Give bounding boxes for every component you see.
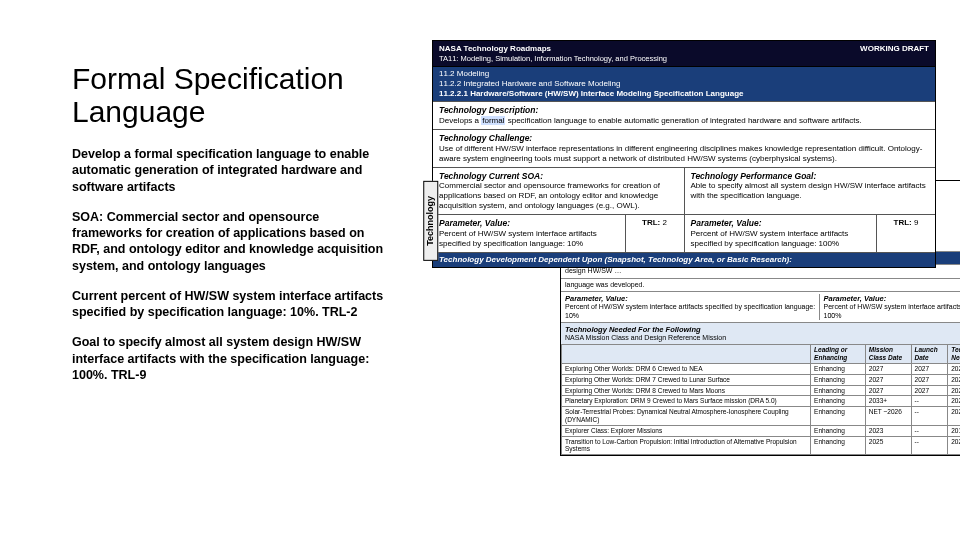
small-pv-right: Percent of HW/SW system interface artifa… — [824, 303, 961, 318]
tech-desc-heading: Technology Description: — [439, 105, 929, 116]
table-col-header: Technology Need Date — [948, 345, 960, 364]
small-need-sub: NASA Mission Class and Design Reference … — [565, 334, 726, 341]
small-pv-left: Percent of HW/SW system interface artifa… — [565, 303, 815, 318]
tech-soa-heading: Technology Current SOA: — [439, 171, 678, 182]
paragraph-current: Current percent of HW/SW system interfac… — [72, 288, 392, 321]
trl-value-9: 9 — [914, 218, 918, 227]
card-header-sub: TA11: Modeling, Simulation, Information … — [439, 54, 667, 63]
card-sidelabel: Technology — [423, 181, 438, 261]
small-pv-heading-left: Parameter, Value: — [565, 294, 819, 303]
tech-goal-text: Able to specify almost all system design… — [691, 181, 926, 200]
tech-goal-heading: Technology Performance Goal: — [691, 171, 930, 182]
card-header-status: WORKING DRAFT — [860, 44, 929, 63]
pv-heading-right: Parameter, Value: — [691, 218, 871, 229]
tech-challenge-heading: Technology Challenge: — [439, 133, 929, 144]
left-column: Formal Specification Language Develop a … — [72, 62, 392, 397]
trl-value-2: 2 — [663, 218, 667, 227]
card-header: NASA Technology Roadmaps TA11: Modeling,… — [433, 41, 935, 67]
breadcrumb-3: 11.2.2.1 Hardware/Software (HW/SW) Inter… — [439, 89, 929, 99]
table-col-header: Mission Class Date — [865, 345, 911, 364]
card-header-title: NASA Technology Roadmaps — [439, 44, 667, 54]
tech-challenge-text: Use of different HW/SW interface represe… — [439, 144, 922, 163]
roadmap-card-large: NASA Technology Roadmaps TA11: Modeling,… — [432, 40, 936, 268]
table-col-header: Leading or Enhancing — [811, 345, 866, 364]
pv-text-right: Percent of HW/SW system interface artifa… — [691, 229, 849, 248]
slide-title: Formal Specification Language — [72, 62, 392, 128]
table-col-header: Launch Date — [911, 345, 948, 364]
table-row: Exploring Other Worlds: DRM 6 Crewed to … — [562, 363, 961, 374]
table-row: Explorer Class: Explorer MissionsEnhanci… — [562, 425, 961, 436]
breadcrumb-2: 11.2.2 Integrated Hardware and Software … — [439, 79, 929, 89]
pv-heading-left: Parameter, Value: — [439, 218, 619, 229]
dep-bar: Technology Development Dependent Upon (S… — [433, 252, 935, 267]
table-row: Transition to Low-Carbon Propulsion: Ini… — [562, 436, 961, 455]
tech-desc-text-2: specification language to enable automat… — [505, 116, 861, 125]
small-need-heading: Technology Needed For the Following — [565, 325, 960, 334]
trl-label-right: TRL: — [894, 218, 912, 227]
table-row: Exploring Other Worlds: DRM 8 Crewed to … — [562, 385, 961, 396]
pv-text-left: Percent of HW/SW system interface artifa… — [439, 229, 597, 248]
paragraph-soa: SOA: Commercial sector and opensource fr… — [72, 209, 392, 274]
small-pv-heading-right: Parameter, Value: — [824, 294, 961, 303]
missions-table: Leading or EnhancingMission Class DateLa… — [561, 344, 960, 455]
tech-soa-text: Commercial sector and opensource framewo… — [439, 181, 660, 210]
table-row: Solar-Terrestrial Probes: Dynamical Neut… — [562, 407, 961, 426]
table-row: Planetary Exploration: DRM 9 Crewed to M… — [562, 396, 961, 407]
paragraph-develop: Develop a formal specification language … — [72, 146, 392, 195]
table-row: Exploring Other Worlds: DRM 7 Crewed to … — [562, 374, 961, 385]
breadcrumb-1: 11.2 Modeling — [439, 69, 929, 79]
tech-desc-text-1: Develops a — [439, 116, 481, 125]
paragraph-goal: Goal to specify almost all system design… — [72, 334, 392, 383]
tech-desc-highlight: formal — [481, 116, 505, 125]
trl-label-left: TRL: — [642, 218, 660, 227]
small-lang-dev: language was developed. — [561, 278, 960, 291]
